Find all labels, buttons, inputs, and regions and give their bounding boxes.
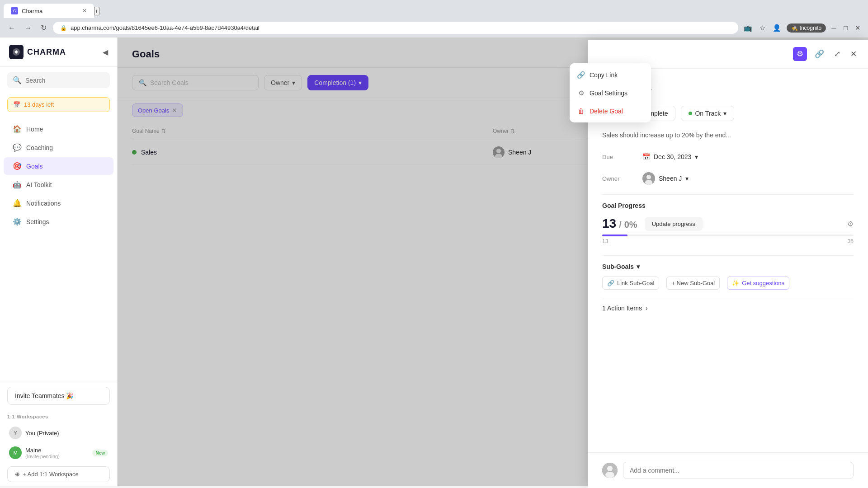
tab-favicon: C <box>11 7 18 14</box>
get-suggestions-label: Get suggestions <box>742 280 784 286</box>
notifications-icon: 🔔 <box>13 199 22 207</box>
owner-row: Owner Sheen J ▾ <box>602 170 854 187</box>
invite-label: Invite Teammates 🎉 <box>15 392 74 399</box>
search-input[interactable] <box>25 77 104 84</box>
sub-goals-label: Sub-Goals <box>602 263 634 270</box>
cast-button[interactable]: 📺 <box>742 22 754 34</box>
context-copy-link[interactable]: 🔗 Copy Link <box>570 66 651 84</box>
close-icon: ✕ <box>850 50 857 58</box>
due-value[interactable]: 📅 Dec 30, 2023 ▾ <box>638 151 702 163</box>
link-sub-icon: 🔗 <box>607 280 614 286</box>
context-menu: 🔗 Copy Link ⚙ Goal Settings 🗑 Delete Goa… <box>570 63 651 122</box>
sidebar-search-area: 🔍 <box>0 67 117 94</box>
browser-actions: 📺 ☆ 👤 🕵 Incognito ─ □ ✕ <box>742 22 863 34</box>
update-progress-button[interactable]: Update progress <box>645 217 703 231</box>
get-suggestions-button[interactable]: ✨ Get suggestions <box>727 277 789 290</box>
expand-icon: ⤢ <box>834 50 840 58</box>
browser-nav: ← → ↻ 🔒 app.charma.com/goals/81645ee6-10… <box>0 18 868 38</box>
context-goal-settings[interactable]: ⚙ Goal Settings <box>570 84 651 102</box>
goal-description: Sales should increase up to 20% by the e… <box>602 130 854 140</box>
link-icon: 🔗 <box>815 50 824 58</box>
action-items-row[interactable]: 1 Action Items › <box>602 299 854 317</box>
progress-gear-icon[interactable]: ⚙ <box>847 220 854 228</box>
copy-link-icon: 🔗 <box>577 71 585 79</box>
new-badge-maine: New <box>92 450 108 456</box>
progress-separator: / <box>619 220 622 230</box>
svg-point-5 <box>646 175 651 179</box>
svg-point-8 <box>607 466 613 471</box>
incognito-label: Incognito <box>800 25 822 31</box>
on-track-chevron: ▾ <box>723 110 726 117</box>
comment-input[interactable] <box>623 462 854 479</box>
sidebar-item-label-ai-toolkit: AI Toolkit <box>26 181 52 188</box>
on-track-button[interactable]: On Track ▾ <box>681 106 734 121</box>
due-date: Dec 30, 2023 <box>654 153 691 160</box>
action-items-label: 1 Action Items <box>602 305 642 312</box>
add-workspace-button[interactable]: ⊕ + Add 1:1 Workspace <box>7 466 110 482</box>
sidebar-item-coaching[interactable]: 💬 Coaching <box>4 139 113 156</box>
copy-link-label: Copy Link <box>590 71 618 79</box>
progress-section: Goal Progress 13 / 0% Update progress ⚙ … <box>602 202 854 244</box>
forward-button[interactable]: → <box>22 22 34 34</box>
add-icon: ⊕ <box>15 471 20 478</box>
due-row: Due 📅 Dec 30, 2023 ▾ <box>602 151 854 163</box>
progress-section-title: Goal Progress <box>602 202 854 209</box>
workspace-item-maine[interactable]: M Maine (Invite pending) New <box>7 443 110 463</box>
sidebar-item-goals[interactable]: 🎯 Goals <box>4 157 113 175</box>
workspace-item-private[interactable]: Y You (Private) <box>7 423 110 443</box>
sub-goals-header[interactable]: Sub-Goals ▾ <box>602 263 854 270</box>
ai-toolkit-icon: 🤖 <box>13 180 22 189</box>
lock-icon: 🔒 <box>60 25 67 31</box>
active-tab[interactable]: C Charma ✕ <box>4 4 94 18</box>
comment-avatar <box>602 463 618 478</box>
delete-goal-icon: 🗑 <box>577 107 585 115</box>
link-sub-goal-button[interactable]: 🔗 Link Sub-Goal <box>602 277 659 290</box>
new-sub-goal-button[interactable]: + New Sub-Goal <box>666 277 720 290</box>
new-tab-button[interactable]: + <box>94 7 99 15</box>
update-progress-label: Update progress <box>652 221 695 227</box>
sidebar-collapse-button[interactable]: ◀ <box>103 48 108 56</box>
workspace-name-maine: Maine <box>25 447 60 454</box>
sidebar-item-settings[interactable]: ⚙️ Settings <box>4 213 113 230</box>
address-bar[interactable]: 🔒 app.charma.com/goals/81645ee6-10aa-4e7… <box>53 22 738 34</box>
workspace-name-you: You (Private) <box>25 430 59 436</box>
sidebar-item-ai-toolkit[interactable]: 🤖 AI Toolkit <box>4 176 113 193</box>
search-icon: 🔍 <box>13 76 22 84</box>
refresh-button[interactable]: ↻ <box>38 22 49 34</box>
invite-teammates-button[interactable]: Invite Teammates 🎉 <box>7 387 110 405</box>
workspaces-label: 1:1 Workspaces <box>7 414 110 419</box>
close-panel-button[interactable]: ✕ <box>848 47 859 61</box>
link-panel-button[interactable]: 🔗 <box>812 47 826 61</box>
action-items-section: 1 Action Items › <box>602 299 854 317</box>
calendar-icon: 📅 <box>13 101 20 108</box>
action-items-chevron-icon: › <box>646 305 648 312</box>
svg-point-9 <box>605 472 614 478</box>
section-divider-2 <box>602 255 854 256</box>
logo: CHARMA <box>9 45 66 59</box>
close-button[interactable]: ✕ <box>853 22 863 34</box>
back-button[interactable]: ← <box>5 22 18 34</box>
close-tab-button[interactable]: ✕ <box>82 8 87 14</box>
goal-settings-label: Goal Settings <box>590 89 627 97</box>
owner-detail-name: Sheen J <box>659 175 682 182</box>
sidebar-item-label-coaching: Coaching <box>26 144 53 151</box>
owner-label: Owner <box>602 175 638 182</box>
gear-panel-icon: ⚙ <box>797 50 803 58</box>
goal-settings-icon: ⚙ <box>577 89 585 97</box>
profile-button[interactable]: 👤 <box>771 22 783 34</box>
logo-text: CHARMA <box>27 47 66 57</box>
settings-icon: ⚙️ <box>13 217 22 226</box>
restore-button[interactable]: □ <box>842 22 849 33</box>
search-box[interactable]: 🔍 <box>7 72 110 88</box>
days-left-text: 13 days left <box>24 101 54 108</box>
progress-bar-background <box>602 235 854 236</box>
owner-value[interactable]: Sheen J ▾ <box>638 170 693 187</box>
context-delete-goal[interactable]: 🗑 Delete Goal <box>570 102 651 120</box>
settings-panel-button[interactable]: ⚙ <box>793 47 807 61</box>
sidebar-item-notifications[interactable]: 🔔 Notifications <box>4 194 113 212</box>
expand-panel-button[interactable]: ⤢ <box>832 47 843 61</box>
sub-goals-section: Sub-Goals ▾ 🔗 Link Sub-Goal + New Sub-Go… <box>602 263 854 290</box>
sidebar-item-home[interactable]: 🏠 Home <box>4 120 113 138</box>
bookmark-button[interactable]: ☆ <box>758 22 767 34</box>
minimize-button[interactable]: ─ <box>830 22 838 33</box>
